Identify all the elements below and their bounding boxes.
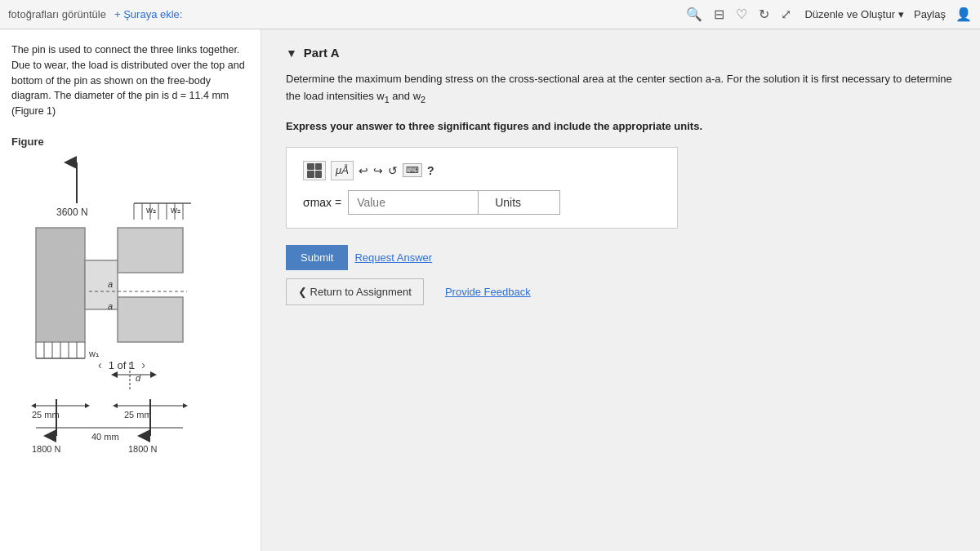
mu-button[interactable]: μÅ bbox=[331, 161, 354, 180]
input-row: σmax = Units bbox=[303, 190, 661, 215]
sigma-label: σmax = bbox=[303, 196, 341, 209]
figure-svg: 3600 N w₂ w₂ bbox=[11, 154, 248, 464]
grid-icon bbox=[307, 163, 322, 178]
profile-icon[interactable]: 👤 bbox=[956, 7, 972, 22]
expand-icon[interactable]: ⤢ bbox=[781, 7, 791, 22]
left-panel: The pin is used to connect the three lin… bbox=[0, 29, 261, 551]
part-header: ▼ Part A bbox=[286, 46, 956, 60]
heart-icon[interactable]: ♡ bbox=[736, 7, 747, 22]
action-row: Submit Request Answer bbox=[286, 245, 956, 270]
value-input[interactable] bbox=[348, 190, 479, 215]
part-title: Part A bbox=[304, 46, 340, 60]
main-layout: The pin is used to connect the three lin… bbox=[0, 29, 980, 551]
svg-text:a: a bbox=[108, 301, 113, 311]
right-panel: ▼ Part A Determine the maximum bending s… bbox=[261, 29, 980, 551]
svg-text:1800 N: 1800 N bbox=[128, 444, 158, 454]
share-button[interactable]: Paylaş bbox=[914, 8, 946, 20]
problem-text: The pin is used to connect the three lin… bbox=[11, 42, 249, 119]
description-text: Determine the maximum bending stress on … bbox=[286, 73, 952, 102]
grid-toolbar-button[interactable] bbox=[303, 161, 326, 180]
return-button[interactable]: ❮ Return to Assignment bbox=[286, 278, 424, 305]
svg-text:25 mm: 25 mm bbox=[124, 410, 152, 420]
reset-button[interactable]: ↺ bbox=[388, 164, 398, 177]
edit-label: Düzenle ve Oluştur bbox=[804, 8, 895, 20]
top-bar-left: fotoğrafları görüntüle + Şuraya ekle: bbox=[8, 8, 673, 20]
part-toggle[interactable]: ▼ bbox=[286, 47, 297, 60]
prev-button[interactable]: ‹ bbox=[98, 358, 102, 371]
nav-text: 1 of 1 bbox=[109, 359, 136, 371]
svg-text:w₁: w₁ bbox=[88, 349, 99, 358]
photos-label: fotoğrafları görüntüle bbox=[8, 8, 106, 20]
figure-diagram: 3600 N w₂ w₂ bbox=[11, 154, 249, 468]
svg-text:25 mm: 25 mm bbox=[32, 410, 60, 420]
instruction-text: Express your answer to three significant… bbox=[286, 118, 956, 136]
top-bar: fotoğrafları görüntüle + Şuraya ekle: 🔍 … bbox=[0, 0, 980, 29]
figure-label: Figure bbox=[11, 136, 249, 148]
svg-rect-12 bbox=[36, 228, 85, 342]
next-button[interactable]: › bbox=[141, 358, 145, 371]
submit-button[interactable]: Submit bbox=[286, 245, 348, 270]
answer-box: μÅ ↩ ↪ ↺ ⌨ ? σmax = Units bbox=[286, 147, 678, 229]
undo-button[interactable]: ↩ bbox=[359, 164, 368, 177]
svg-rect-13 bbox=[118, 228, 183, 273]
units-box[interactable]: Units bbox=[479, 190, 560, 215]
svg-text:a: a bbox=[108, 279, 113, 289]
feedback-row: ❮ Return to Assignment Provide Feedback bbox=[286, 278, 956, 305]
edit-dropdown-icon[interactable]: ▾ bbox=[898, 8, 904, 20]
grid-icon[interactable]: ⊟ bbox=[714, 7, 724, 22]
top-bar-right: Düzenle ve Oluştur ▾ Paylaş 👤 bbox=[804, 7, 972, 22]
redo-button[interactable]: ↪ bbox=[373, 164, 383, 177]
edit-button[interactable]: Düzenle ve Oluştur ▾ bbox=[804, 8, 904, 20]
problem-description: Determine the maximum bending stress on … bbox=[286, 71, 956, 107]
search-icon[interactable]: 🔍 bbox=[686, 7, 702, 22]
keyboard-button[interactable]: ⌨ bbox=[403, 163, 422, 177]
svg-text:40 mm: 40 mm bbox=[91, 432, 119, 442]
svg-rect-14 bbox=[118, 297, 183, 342]
rotate-icon[interactable]: ↻ bbox=[759, 7, 769, 22]
svg-text:1800 N: 1800 N bbox=[32, 444, 61, 454]
nav-row: ‹ 1 of 1 › bbox=[98, 358, 145, 371]
add-button[interactable]: + Şuraya ekle: bbox=[114, 8, 182, 20]
help-button[interactable]: ? bbox=[427, 164, 434, 177]
request-answer-link[interactable]: Request Answer bbox=[354, 251, 432, 264]
toolbar-row: μÅ ↩ ↪ ↺ ⌨ ? bbox=[303, 161, 661, 180]
svg-text:3600 N: 3600 N bbox=[56, 207, 88, 218]
provide-feedback-button[interactable]: Provide Feedback bbox=[434, 279, 542, 304]
top-bar-icons: 🔍 ⊟ ♡ ↻ ⤢ bbox=[686, 7, 791, 22]
mu-label: μÅ bbox=[336, 164, 349, 176]
share-label: Paylaş bbox=[914, 8, 946, 20]
